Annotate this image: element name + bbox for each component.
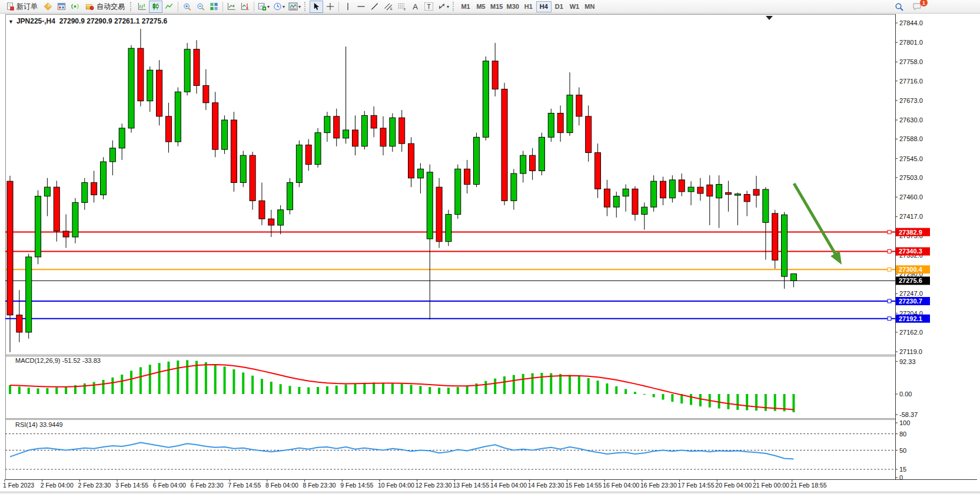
level-price-badge-text: 27275.6 bbox=[899, 277, 922, 284]
candle bbox=[697, 187, 703, 193]
price-tick-label: 27460.0 bbox=[899, 193, 923, 201]
time-tick-label: 2 Feb 04:00 bbox=[41, 482, 74, 489]
candle bbox=[7, 181, 13, 315]
price-tick-label: 27673.0 bbox=[899, 97, 923, 104]
candle bbox=[334, 116, 340, 138]
rsi-indicator-label: RSI(14) 33.9449 bbox=[15, 421, 63, 428]
price-tick-label: 27844.0 bbox=[899, 19, 923, 26]
candle bbox=[417, 169, 423, 178]
candle bbox=[520, 155, 526, 173]
rsi-scale-label: 0 bbox=[899, 474, 903, 481]
candle bbox=[474, 137, 480, 184]
time-tick-label: 16 Feb 23:30 bbox=[640, 482, 677, 489]
time-tick-label: 3 Feb 14:55 bbox=[115, 482, 148, 489]
rsi-scale-label: 100 bbox=[899, 419, 910, 426]
time-tick-label: 7 Feb 14:55 bbox=[228, 482, 261, 489]
time-tick-label: 20 Feb 04:00 bbox=[715, 482, 752, 489]
level-handle[interactable] bbox=[888, 268, 891, 271]
chart-canvas[interactable]: 27844.027801.027758.027716.027673.027630… bbox=[0, 0, 980, 494]
candle bbox=[660, 181, 666, 198]
candle bbox=[390, 118, 396, 146]
level-price-badge-text: 27300.4 bbox=[899, 266, 923, 273]
candle bbox=[240, 155, 246, 182]
time-tick-label: 17 Feb 14:55 bbox=[678, 482, 715, 489]
time-tick-label: 2 Feb 23:30 bbox=[78, 482, 111, 489]
macd-scale-label: -58.37 bbox=[899, 411, 918, 418]
price-tick-label: 27630.0 bbox=[899, 116, 923, 124]
candle bbox=[165, 116, 171, 142]
candle bbox=[119, 128, 125, 148]
candle bbox=[688, 187, 694, 192]
rsi-scale-label: 15 bbox=[899, 466, 906, 473]
level-handle[interactable] bbox=[888, 249, 891, 253]
candle bbox=[147, 70, 153, 101]
candle bbox=[361, 115, 367, 146]
level-handle[interactable] bbox=[888, 317, 891, 321]
candle bbox=[595, 153, 601, 189]
candle bbox=[109, 148, 115, 162]
candle bbox=[101, 162, 107, 195]
candle bbox=[483, 61, 489, 138]
candle bbox=[707, 185, 713, 196]
candle bbox=[455, 169, 461, 214]
candle bbox=[231, 120, 237, 182]
mt4-window: 新订单 自动交易 bbox=[0, 0, 980, 494]
level-handle[interactable] bbox=[888, 231, 891, 234]
macd-scale-label: 92.33 bbox=[899, 358, 916, 365]
time-tick-label: 14 Feb 23:30 bbox=[528, 482, 564, 489]
candle bbox=[436, 187, 442, 242]
candle bbox=[725, 192, 731, 194]
candle bbox=[586, 116, 592, 153]
time-tick-label: 6 Feb 04:00 bbox=[153, 482, 186, 489]
candle bbox=[138, 48, 144, 101]
candle bbox=[427, 172, 433, 239]
candle bbox=[511, 173, 517, 201]
candle bbox=[16, 315, 22, 332]
candle bbox=[315, 133, 321, 165]
candle bbox=[296, 145, 302, 182]
candle bbox=[632, 189, 638, 214]
price-tick-label: 27801.0 bbox=[899, 39, 923, 46]
price-tick-label: 27247.0 bbox=[899, 290, 923, 297]
candle bbox=[184, 49, 190, 92]
candle bbox=[651, 181, 657, 207]
rsi-scale-label: 50 bbox=[899, 447, 906, 454]
candle bbox=[72, 202, 78, 237]
time-tick-label: 9 Feb 14:55 bbox=[340, 482, 373, 489]
chart-title-arrow-icon[interactable]: ▼ bbox=[8, 19, 14, 25]
candle bbox=[753, 189, 759, 195]
candle bbox=[44, 187, 50, 196]
time-tick-label: 12 Feb 23:30 bbox=[416, 482, 452, 489]
candle bbox=[763, 189, 769, 222]
time-tick-label: 6 Feb 23:30 bbox=[191, 482, 224, 489]
candle bbox=[352, 130, 358, 146]
price-tick-label: 27545.0 bbox=[899, 155, 923, 162]
candle bbox=[408, 143, 414, 178]
level-handle[interactable] bbox=[888, 299, 891, 303]
candle bbox=[642, 207, 647, 214]
candle bbox=[222, 120, 228, 149]
candle bbox=[35, 196, 41, 257]
time-tick-label: 14 Feb 04:00 bbox=[490, 482, 527, 489]
chart-symbol-period: JPN225-,H4 bbox=[16, 17, 55, 25]
candle bbox=[82, 182, 88, 202]
candle bbox=[679, 180, 685, 192]
candle bbox=[446, 214, 451, 241]
candle bbox=[380, 128, 386, 146]
candle bbox=[287, 182, 293, 209]
price-tick-label: 27162.0 bbox=[899, 329, 923, 336]
time-tick-label: 8 Feb 04:00 bbox=[265, 482, 298, 489]
candle bbox=[492, 61, 498, 89]
candle bbox=[604, 189, 610, 207]
candle bbox=[623, 189, 629, 196]
candle bbox=[63, 231, 69, 237]
window-bottom-strip bbox=[0, 492, 980, 494]
level-price-badge-text: 27230.7 bbox=[899, 298, 922, 305]
candle bbox=[744, 195, 750, 202]
candle bbox=[371, 115, 377, 128]
candle bbox=[539, 137, 544, 171]
chart-title: ▼JPN225-,H4 27290.9 27290.9 27261.1 2727… bbox=[8, 17, 167, 25]
time-tick-label: 21 Feb 00:00 bbox=[753, 482, 789, 489]
time-tick-label: 8 Feb 23:30 bbox=[303, 482, 336, 489]
candle bbox=[305, 145, 311, 164]
